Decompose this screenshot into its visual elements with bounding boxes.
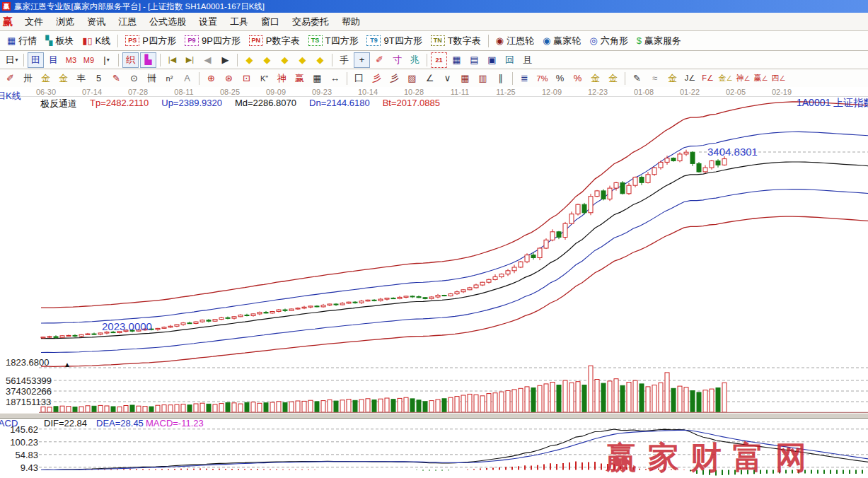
p9-square-button[interactable]: P99P四方形 [185,35,241,47]
angle-lines-icon[interactable]: ∠ [422,71,438,86]
menu-item-6[interactable]: 设置 [199,16,217,27]
j-angle-icon[interactable]: J∠ [682,71,698,86]
v-lines-icon[interactable]: ∨ [439,71,456,86]
winner-wheel-button[interactable]: ◉赢家轮 [543,35,581,47]
menu-item-3[interactable]: 资讯 [87,16,105,27]
hexagon-button[interactable]: ◎六角形 [589,35,627,47]
percent-icon[interactable]: % [552,71,568,86]
diamond-expand-icon[interactable]: ◆ [294,52,311,68]
f-fence-icon[interactable]: 丰 [73,71,89,86]
wave-9-icon[interactable]: M9 [81,52,97,68]
target-star-icon[interactable]: ⊛ [221,71,237,86]
gold-box-icon[interactable]: 金 [664,71,681,86]
menu-item-8[interactable]: 窗口 [261,16,279,27]
kline-button[interactable]: ▮▯K线 [82,35,110,47]
t9-square-button[interactable]: T99T四方形 [366,35,422,47]
t9-square-label: 9T四方形 [383,35,422,47]
ying-tool-icon[interactable]: 赢 [291,71,308,86]
menu-item-2[interactable]: 浏览 [56,16,74,27]
fan-box-icon[interactable]: 彡 [386,71,403,86]
parallel-lines-icon[interactable]: ∥ [492,71,509,86]
quotes-button[interactable]: ▦行情 [7,35,37,47]
gann-fence-icon[interactable]: 卅 [20,71,36,86]
f-angle-icon[interactable]: F∠ [700,71,716,86]
target-box-icon[interactable]: ⊡ [238,71,255,86]
diamond-move-icon[interactable]: ◆ [277,52,293,68]
pct-line-icon[interactable]: % [569,71,586,86]
sectors-button[interactable]: ▚板块 [45,35,74,47]
gold-fence-2-icon[interactable]: 金 [55,71,71,86]
four-angle-icon[interactable]: 四∠ [770,71,787,86]
scale-marks-icon[interactable]: ≣ [516,71,533,86]
diamond-left-icon[interactable]: ◆ [241,52,257,68]
gann-wheel-button[interactable]: ◉江恩轮 [496,35,534,47]
grid-box-tool-icon[interactable]: ▥ [475,71,491,86]
span-arrows-icon[interactable]: ↔ [327,71,343,86]
diamond-cross-icon[interactable]: ◆ [312,52,328,68]
gold-angle-icon[interactable]: 金∠ [717,71,734,86]
notes-icon[interactable]: ▤ [466,52,482,68]
p-number-button[interactable]: PNP数字表 [249,35,300,47]
chart-area[interactable]: 06-3007-1407-2808-1108-2509-0909-2310-14… [0,87,868,478]
period-day-icon[interactable]: 日▾ [4,52,20,68]
page-next-icon[interactable]: ▶ [217,52,233,68]
measure-tool-icon[interactable]: 寸 [389,52,405,68]
page-prev-icon[interactable]: ◀ [199,52,216,68]
a-slash-icon[interactable]: A [179,71,195,86]
crosshair-tool-icon[interactable]: + [354,52,370,68]
shen-angle-icon[interactable]: 神∠ [735,71,751,86]
gold-fence-1-icon[interactable]: 金 [37,71,54,86]
calculator-icon[interactable]: ▦ [449,52,465,68]
network-icon[interactable]: 回 [502,52,518,68]
toolbar-separator [237,54,238,66]
menu-item-10[interactable]: 帮助 [342,16,360,27]
menu-item-5[interactable]: 公式选股 [149,16,186,27]
menu-item-7[interactable]: 工具 [230,16,248,27]
gann-text-icon[interactable]: 织 [122,52,139,68]
wave-3-icon[interactable]: M3 [63,52,79,68]
last-page-icon[interactable]: ▶| [182,52,198,68]
t-square-button[interactable]: TST四方形 [308,35,359,47]
winner-wheel-label: 赢家轮 [553,35,581,47]
menu-item-4[interactable]: 江恩 [118,16,137,27]
save-icon[interactable]: ▣ [484,52,500,68]
shen-tool-icon[interactable]: 神 [274,71,290,86]
pct-7-icon[interactable]: 7% [534,71,550,86]
p-square-button[interactable]: PSP四方形 [125,35,176,47]
pen-2-icon[interactable]: ✎ [629,71,645,86]
fan-lines-icon[interactable]: 彡 [369,71,385,86]
n-square-icon[interactable]: n² [161,71,178,86]
ying-angle-icon[interactable]: 赢∠ [753,71,769,86]
pattern-tool-icon[interactable]: 兆 [407,52,423,68]
info-panel-icon[interactable]: 目 [45,52,62,68]
grid-shade-icon[interactable]: ▨ [404,71,420,86]
candle-style-icon[interactable]: |▾ [98,52,115,68]
print-icon[interactable]: 且 [519,52,536,68]
pick-tool-icon[interactable]: ✐ [371,52,388,68]
wave-av-icon[interactable]: ≈ [647,71,663,86]
macd-dif-value: DIF=22.84 [44,416,87,429]
k-mark-icon[interactable]: K" [256,71,272,86]
menu-item-1[interactable]: 文件 [25,16,43,27]
first-page-icon[interactable]: |◀ [164,52,180,68]
winner-service-button[interactable]: $赢家服务 [637,35,681,47]
calendar-icon[interactable]: 21 [431,52,447,68]
gold-circle-icon[interactable]: 金 [587,71,603,86]
hand-tool-icon[interactable]: 手 [336,52,352,68]
menu-item-9[interactable]: 交易委托 [292,16,329,27]
five-fence-icon[interactable]: 5 [91,71,107,86]
diamond-right-icon[interactable]: ◆ [259,52,275,68]
target-red-icon[interactable]: ⊕ [203,71,219,86]
fence-2-icon[interactable]: 卌 [144,71,160,86]
time-circle-icon[interactable]: ⊙ [126,71,142,86]
t-number-button[interactable]: TNT数字表 [431,35,481,47]
layout-grid-icon[interactable]: 田 [28,52,44,68]
brush-tool-icon[interactable]: ✐ [2,71,18,86]
color-chart-icon[interactable]: ▙ [140,52,156,68]
pen-red-icon[interactable]: ✎ [108,71,125,86]
select-box-icon[interactable]: 囗 [351,71,367,86]
ruler-123-icon[interactable]: ▦ [309,71,325,86]
grid-tool-icon[interactable]: ▦ [457,71,473,86]
toolbar-separator [117,35,118,47]
gold-level-icon[interactable]: 金 [605,71,621,86]
